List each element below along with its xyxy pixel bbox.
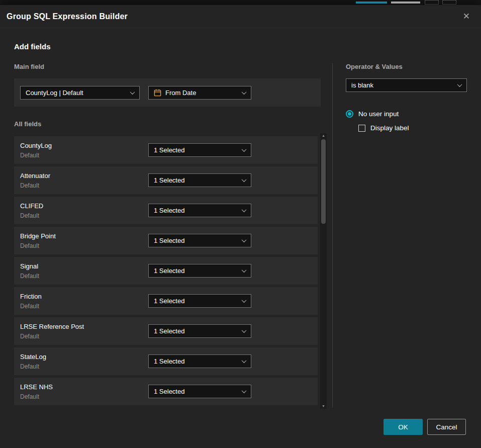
field-name: CountyLog: [20, 142, 148, 149]
field-subtitle: Default: [20, 393, 148, 400]
dialog-footer: OK Cancel: [383, 419, 466, 435]
field-selected-dropdown[interactable]: 1 Selected: [148, 294, 251, 308]
field-row-bridge-point: Bridge Point Default 1 Selected: [14, 227, 318, 254]
operator-dropdown[interactable]: is blank: [346, 78, 467, 92]
operator-value: is blank: [351, 81, 373, 89]
ok-button[interactable]: OK: [383, 419, 423, 435]
chevron-down-icon: [457, 82, 462, 87]
field-selected-dropdown[interactable]: 1 Selected: [148, 143, 251, 157]
chevron-down-icon: [242, 177, 247, 182]
chevron-down-icon: [242, 328, 247, 333]
column-divider: [332, 63, 333, 408]
field-row-lrse-reference-post: LRSE Reference Post Default 1 Selected: [14, 317, 318, 345]
field-name: Friction: [20, 293, 148, 300]
scrollbar-thumb[interactable]: [321, 139, 326, 224]
field-subtitle: Default: [20, 212, 148, 219]
chevron-down-icon: [242, 388, 247, 393]
background-app-strip: [0, 0, 481, 5]
all-fields-list: CountyLog Default 1 Selected Attenuator …: [14, 136, 327, 405]
field-name: Signal: [20, 262, 148, 270]
field-subtitle: Default: [20, 182, 148, 189]
field-selected-value: 1 Selected: [154, 327, 184, 335]
background-fragment: [356, 2, 387, 4]
field-name: Bridge Point: [20, 232, 148, 240]
main-field-field-dropdown[interactable]: From Date: [148, 86, 251, 100]
field-selected-value: 1 Selected: [154, 207, 184, 214]
field-selected-value: 1 Selected: [154, 237, 184, 244]
background-fragment: [391, 2, 420, 4]
field-row-clifed: CLIFED Default 1 Selected: [14, 197, 318, 224]
background-fragment: [425, 0, 439, 5]
main-field-source-dropdown[interactable]: CountyLog | Default: [20, 86, 140, 100]
field-selected-dropdown[interactable]: 1 Selected: [148, 385, 251, 398]
add-fields-heading: Add fields: [14, 42, 467, 51]
dialog-header: Group SQL Expression Builder ✕: [0, 5, 481, 28]
field-selected-value: 1 Selected: [154, 176, 184, 184]
field-name: LRSE NHS: [20, 383, 148, 391]
operator-values-column: Operator & Values is blank No user input…: [346, 63, 467, 408]
background-fragment: [442, 0, 456, 5]
field-row-statelog: StateLog Default 1 Selected: [14, 347, 318, 375]
close-icon[interactable]: ✕: [459, 9, 474, 24]
field-subtitle: Default: [20, 152, 148, 159]
chevron-down-icon: [242, 267, 247, 273]
radio-selected-icon: [346, 110, 353, 118]
field-name: LRSE Reference Post: [20, 323, 148, 330]
cancel-button[interactable]: Cancel: [427, 419, 466, 435]
field-subtitle: Default: [20, 333, 148, 340]
no-user-input-label: No user input: [358, 110, 399, 118]
field-selected-dropdown[interactable]: 1 Selected: [148, 324, 251, 338]
field-subtitle: Default: [20, 303, 148, 310]
field-selected-dropdown[interactable]: 1 Selected: [148, 264, 251, 278]
main-field-panel: CountyLog | Default From Date: [14, 78, 321, 107]
field-selected-value: 1 Selected: [154, 146, 184, 154]
field-selected-value: 1 Selected: [154, 388, 184, 395]
chevron-down-icon: [242, 298, 247, 303]
chevron-down-icon: [242, 207, 247, 212]
operator-values-label: Operator & Values: [346, 63, 467, 70]
chevron-down-icon: [242, 237, 247, 242]
field-row-lrse-nhs: LRSE NHS Default 1 Selected: [14, 378, 318, 405]
chevron-down-icon: [242, 89, 247, 95]
field-selected-dropdown[interactable]: 1 Selected: [148, 234, 251, 247]
scroll-up-icon[interactable]: ▲: [322, 133, 325, 138]
main-field-source-value: CountyLog | Default: [26, 89, 83, 97]
field-row-friction: Friction Default 1 Selected: [14, 287, 318, 315]
dialog-body: Add fields Main field CountyLog | Defaul…: [0, 42, 481, 408]
all-fields-label: All fields: [14, 120, 327, 128]
field-selected-value: 1 Selected: [154, 297, 184, 305]
main-field-label: Main field: [14, 63, 327, 70]
display-label-text: Display label: [370, 124, 409, 132]
calendar-icon: [154, 89, 161, 97]
field-subtitle: Default: [20, 273, 148, 280]
vertical-scrollbar[interactable]: ▲ ▼: [320, 133, 327, 409]
chevron-down-icon: [242, 147, 247, 152]
field-selected-dropdown[interactable]: 1 Selected: [148, 354, 251, 368]
field-row-attenuator: Attenuator Default 1 Selected: [14, 166, 318, 194]
field-subtitle: Default: [20, 242, 148, 249]
checkbox-unchecked-icon: [358, 125, 365, 132]
field-subtitle: Default: [20, 363, 148, 370]
display-label-checkbox[interactable]: Display label: [358, 124, 467, 132]
no-user-input-radio[interactable]: No user input: [346, 110, 467, 118]
chevron-down-icon: [130, 89, 135, 95]
field-name: CLIFED: [20, 202, 148, 210]
group-sql-expression-builder-dialog: Group SQL Expression Builder ✕ Add field…: [0, 5, 481, 448]
field-row-signal: Signal Default 1 Selected: [14, 257, 318, 285]
field-selected-value: 1 Selected: [154, 267, 184, 275]
scroll-down-icon[interactable]: ▼: [322, 404, 325, 409]
field-name: Attenuator: [20, 172, 148, 180]
field-selected-dropdown[interactable]: 1 Selected: [148, 173, 251, 187]
main-field-field-value: From Date: [165, 89, 196, 97]
fields-column: Main field CountyLog | Default: [14, 63, 327, 408]
field-selected-dropdown[interactable]: 1 Selected: [148, 204, 251, 217]
field-row-countylog: CountyLog Default 1 Selected: [14, 136, 318, 164]
field-selected-value: 1 Selected: [154, 357, 184, 365]
field-name: StateLog: [20, 353, 148, 361]
dialog-title: Group SQL Expression Builder: [7, 12, 128, 21]
chevron-down-icon: [242, 358, 247, 363]
